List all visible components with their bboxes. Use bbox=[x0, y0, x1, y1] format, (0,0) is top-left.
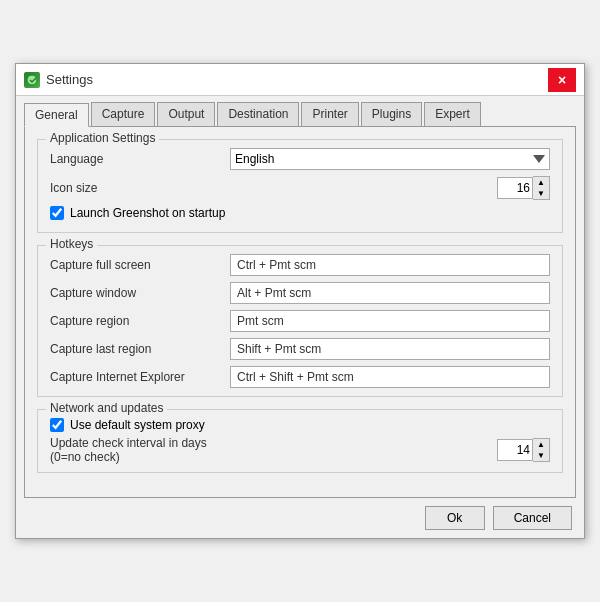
proxy-label: Use default system proxy bbox=[70, 418, 205, 432]
update-up-button[interactable]: ▲ bbox=[533, 439, 549, 450]
update-row: Update check interval in days (0=no chec… bbox=[50, 436, 550, 464]
hotkey-input-4-container bbox=[230, 366, 550, 388]
network-section: Network and updates Use default system p… bbox=[37, 409, 563, 473]
hotkey-label-0: Capture full screen bbox=[50, 258, 230, 272]
app-settings-section: Application Settings Language English Ic… bbox=[37, 139, 563, 233]
hotkeys-title: Hotkeys bbox=[46, 237, 97, 251]
update-spinbox: ▲ ▼ bbox=[497, 438, 550, 462]
tab-printer[interactable]: Printer bbox=[301, 102, 358, 126]
hotkey-input-1-container bbox=[230, 282, 550, 304]
tab-expert[interactable]: Expert bbox=[424, 102, 481, 126]
icon-size-spinbox-buttons: ▲ ▼ bbox=[533, 176, 550, 200]
hotkey-row-2: Capture region bbox=[50, 310, 550, 332]
hotkey-input-0[interactable] bbox=[230, 254, 550, 276]
svg-point-0 bbox=[27, 75, 37, 85]
ok-button[interactable]: Ok bbox=[425, 506, 485, 530]
tab-general[interactable]: General bbox=[24, 103, 89, 127]
bottom-bar: Ok Cancel bbox=[16, 498, 584, 538]
hotkey-row-4: Capture Internet Explorer bbox=[50, 366, 550, 388]
language-select-container: English bbox=[230, 148, 550, 170]
launch-checkbox[interactable] bbox=[50, 206, 64, 220]
network-title: Network and updates bbox=[46, 401, 167, 415]
launch-label: Launch Greenshot on startup bbox=[70, 206, 225, 220]
hotkey-label-4: Capture Internet Explorer bbox=[50, 370, 230, 384]
hotkey-input-2[interactable] bbox=[230, 310, 550, 332]
icon-size-up-button[interactable]: ▲ bbox=[533, 177, 549, 188]
icon-size-input[interactable] bbox=[497, 177, 533, 199]
icon-size-row: Icon size ▲ ▼ bbox=[50, 176, 550, 200]
hotkey-input-3[interactable] bbox=[230, 338, 550, 360]
icon-size-down-button[interactable]: ▼ bbox=[533, 188, 549, 199]
window-title: Settings bbox=[46, 72, 93, 87]
tab-capture[interactable]: Capture bbox=[91, 102, 156, 126]
cancel-button[interactable]: Cancel bbox=[493, 506, 572, 530]
title-bar: Settings × bbox=[16, 64, 584, 96]
icon-size-spinbox: ▲ ▼ bbox=[497, 176, 550, 200]
hotkey-row-3: Capture last region bbox=[50, 338, 550, 360]
hotkey-input-1[interactable] bbox=[230, 282, 550, 304]
hotkey-label-2: Capture region bbox=[50, 314, 230, 328]
hotkey-input-3-container bbox=[230, 338, 550, 360]
proxy-checkbox[interactable] bbox=[50, 418, 64, 432]
language-row: Language English bbox=[50, 148, 550, 170]
icon-size-control: ▲ ▼ bbox=[230, 176, 550, 200]
title-bar-left: Settings bbox=[24, 72, 93, 88]
update-input[interactable] bbox=[497, 439, 533, 461]
close-button[interactable]: × bbox=[548, 68, 576, 92]
tab-content: Application Settings Language English Ic… bbox=[24, 126, 576, 498]
language-label: Language bbox=[50, 152, 230, 166]
hotkey-label-3: Capture last region bbox=[50, 342, 230, 356]
hotkey-label-1: Capture window bbox=[50, 286, 230, 300]
update-label: Update check interval in days (0=no chec… bbox=[50, 436, 230, 464]
hotkey-row-0: Capture full screen bbox=[50, 254, 550, 276]
tab-bar: General Capture Output Destination Print… bbox=[16, 96, 584, 126]
app-icon bbox=[24, 72, 40, 88]
hotkey-input-2-container bbox=[230, 310, 550, 332]
app-settings-title: Application Settings bbox=[46, 131, 159, 145]
update-down-button[interactable]: ▼ bbox=[533, 450, 549, 461]
update-control: ▲ ▼ bbox=[230, 438, 550, 462]
tab-destination[interactable]: Destination bbox=[217, 102, 299, 126]
hotkey-row-1: Capture window bbox=[50, 282, 550, 304]
tab-output[interactable]: Output bbox=[157, 102, 215, 126]
hotkey-input-0-container bbox=[230, 254, 550, 276]
language-select[interactable]: English bbox=[230, 148, 550, 170]
hotkey-input-4[interactable] bbox=[230, 366, 550, 388]
tab-plugins[interactable]: Plugins bbox=[361, 102, 422, 126]
icon-size-label: Icon size bbox=[50, 181, 230, 195]
launch-row: Launch Greenshot on startup bbox=[50, 206, 550, 220]
proxy-row: Use default system proxy bbox=[50, 418, 550, 432]
settings-window: Settings × General Capture Output Destin… bbox=[15, 63, 585, 539]
update-spinbox-buttons: ▲ ▼ bbox=[533, 438, 550, 462]
hotkeys-section: Hotkeys Capture full screen Capture wind… bbox=[37, 245, 563, 397]
